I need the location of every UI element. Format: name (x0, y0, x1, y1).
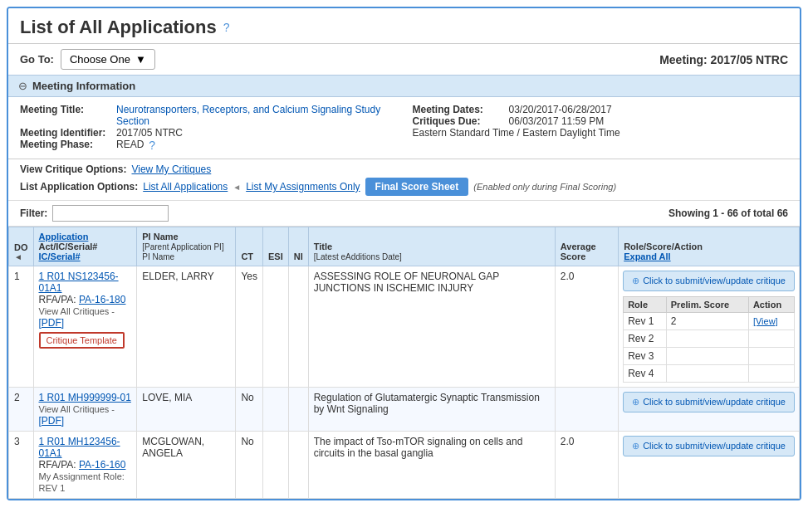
meeting-label: Meeting: 2017/05 NTRC (659, 53, 788, 66)
row1-rfa-link[interactable]: PA-16-180 (79, 294, 125, 305)
filter-input[interactable] (52, 205, 169, 222)
timezone-val: Eastern Standard Time / Eastern Daylight… (413, 127, 620, 139)
row1-pdf-link[interactable]: [PDF] (39, 317, 65, 329)
row3-esi (262, 432, 288, 499)
col-header-pi-name: PI Name [Parent Application PI] PI Name (137, 227, 236, 266)
row3-app-link[interactable]: 1 R01 MH123456-01A1 (39, 436, 120, 459)
row1-view-all-label: View All Critiques - (39, 306, 115, 316)
meeting-dates-row: Meeting Dates: 03/20/2017-06/28/2017 (413, 104, 789, 115)
row1-num: 1 (9, 266, 34, 388)
collapse-icon: ⊖ (18, 80, 27, 92)
row2-esi (262, 388, 288, 432)
row3-pi-name: MCGLOWAN, ANGELA (137, 432, 236, 499)
row3-rfa-link[interactable]: PA-16-160 (79, 459, 125, 471)
meeting-title-val: Neurotransporters, Receptors, and Calciu… (116, 104, 396, 127)
row2-app-link[interactable]: 1 R01 MH999999-01 (39, 392, 131, 403)
row2-pi-name: LOVE, MIA (137, 388, 236, 432)
final-score-sheet-button[interactable]: Final Score Sheet (365, 178, 469, 196)
col-header-do: DO ◄ (9, 227, 34, 266)
sub-action-2 (748, 330, 794, 348)
row2-ni (288, 388, 308, 432)
submit-icon-3: ⊕ (632, 441, 639, 451)
sub-row: Rev 3 (624, 348, 795, 365)
applications-table-container: DO ◄ Application Act/IC/Serial# IC/Seria… (8, 227, 800, 499)
meeting-info-section-bar[interactable]: ⊖ Meeting Information (8, 75, 800, 97)
view-my-critiques-link[interactable]: View My Critiques (131, 164, 211, 175)
sub-role-3: Rev 3 (624, 348, 667, 365)
sub-row: Rev 1 2 [View] (624, 313, 795, 330)
row3-submit-btn[interactable]: ⊕Click to submit/view/update critique (623, 436, 795, 456)
meeting-title-label: Meeting Title: (20, 104, 111, 127)
sub-action-3 (748, 348, 794, 365)
row1-app-link[interactable]: 1 R01 NS123456-01A1 (39, 271, 119, 294)
header-top-bar: Go To: Choose One ▼ Meeting: 2017/05 NTR… (8, 44, 800, 75)
pi-name-sub2-label: PI Name (142, 252, 174, 261)
sub-role-4: Rev 4 (624, 365, 667, 383)
phase-help-icon[interactable]: ? (149, 139, 155, 152)
row2-pdf-link[interactable]: [PDF] (39, 415, 65, 427)
filter-label: Filter: (20, 207, 47, 219)
col-header-title: Title [Latest eAdditions Date] (308, 227, 555, 266)
row3-ct: No (236, 432, 263, 499)
application-sub-label: Act/IC/Serial# (39, 242, 98, 251)
list-options-label: List Application Options: (20, 181, 138, 193)
list-my-assignments-link[interactable]: List My Assignments Only (246, 181, 360, 193)
row3-ni (288, 432, 308, 499)
meeting-dates-label: Meeting Dates: (413, 104, 504, 115)
row1-title: ASSESSING ROLE OF NEURONAL GAP JUNCTIONS… (308, 266, 555, 388)
row1-ct: Yes (236, 266, 263, 388)
row3-action: ⊕Click to submit/view/update critique (619, 432, 800, 499)
sub-col-role: Role (624, 297, 667, 313)
goto-section: Go To: Choose One ▼ (20, 49, 155, 70)
col-header-avg-score: Average Score (555, 227, 618, 266)
meeting-phase-label: Meeting Phase: (20, 139, 111, 152)
sub-action-1[interactable]: [View] (748, 313, 794, 330)
role-score-label: Role/Score/Action (624, 242, 703, 251)
pi-name-label: PI Name (142, 232, 178, 242)
row2-submit-btn[interactable]: ⊕Click to submit/view/update critique (623, 392, 795, 412)
sub-prelim-3 (666, 348, 748, 365)
meeting-identifier-val: 2017/05 NTRC (116, 127, 183, 139)
table-row: 3 1 R01 MH123456-01A1 RFA/PA: PA-16-160 … (9, 432, 800, 499)
row1-pi-name: ELDER, LARRY (137, 266, 236, 388)
title-label: Title (314, 242, 332, 251)
row1-application: 1 R01 NS123456-01A1 RFA/PA: PA-16-180 Vi… (33, 266, 137, 388)
options-row: View Critique Options: View My Critiques… (8, 159, 800, 201)
sub-role-1: Rev 1 (624, 313, 667, 330)
application-sort-link[interactable]: Application (39, 232, 89, 242)
ic-serial-sort-link[interactable]: IC/Serial# (39, 251, 81, 261)
expand-all-link[interactable]: Expand All (624, 251, 670, 261)
col-header-ct: CT (236, 227, 263, 266)
meeting-phase-val: READ (116, 139, 144, 152)
meeting-phase-row: Meeting Phase: READ ? (20, 139, 396, 152)
row1-submit-btn[interactable]: ⊕Click to submit/view/update critique (623, 271, 795, 291)
table-row: 2 1 R01 MH999999-01 View All Critiques -… (9, 388, 800, 432)
filter-section: Filter: (20, 205, 169, 222)
sub-action-4 (748, 365, 794, 383)
critiques-due-row: Critiques Due: 06/03/2017 11:59 PM (413, 115, 789, 127)
list-all-applications-link[interactable]: List All Applications (143, 181, 228, 193)
view-link-1[interactable]: [View] (753, 316, 778, 326)
row1-ni (288, 266, 308, 388)
page-title: List of All Applications (20, 17, 217, 38)
list-options-line: List Application Options: List All Appli… (20, 178, 788, 196)
col-header-ni: NI (288, 227, 308, 266)
timezone-row: Eastern Standard Time / Eastern Daylight… (413, 127, 789, 139)
critique-template-button[interactable]: Critique Template (39, 332, 125, 349)
row3-assignment-role: My Assignment Role: REV 1 (39, 471, 125, 493)
sub-prelim-2 (666, 330, 748, 348)
do-sort-icon[interactable]: ◄ (14, 252, 28, 261)
row2-avg-score (555, 388, 618, 432)
page-header: List of All Applications ? (8, 8, 800, 44)
submit-icon-2: ⊕ (632, 397, 639, 407)
critiques-due-label: Critiques Due: (413, 115, 504, 127)
col-header-role-score: Role/Score/Action Expand All (619, 227, 800, 266)
page-help-icon[interactable]: ? (223, 21, 230, 34)
choose-one-dropdown[interactable]: Choose One ▼ (61, 49, 155, 70)
row2-action: ⊕Click to submit/view/update critique (619, 388, 800, 432)
goto-label: Go To: (20, 53, 54, 66)
meeting-details: Meeting Title: Neurotransporters, Recept… (8, 97, 800, 159)
sub-col-prelim: Prelim. Score (666, 297, 748, 313)
row2-num: 2 (9, 388, 34, 432)
meeting-title-row: Meeting Title: Neurotransporters, Recept… (20, 104, 396, 127)
